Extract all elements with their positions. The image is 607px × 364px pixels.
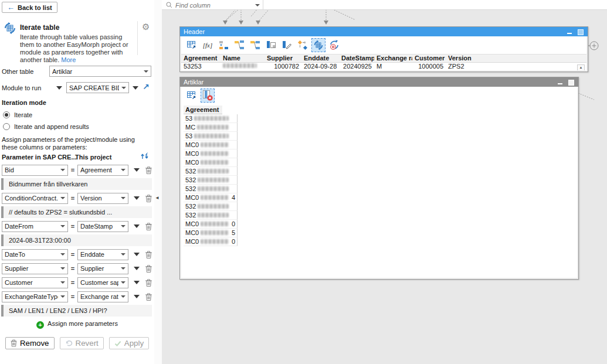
table-row[interactable]: 532 bbox=[184, 202, 238, 211]
module-select[interactable]: SAP CREATE BID bbox=[66, 82, 129, 93]
column-select[interactable]: DateStamp bbox=[77, 221, 128, 232]
table-row[interactable]: MC05 bbox=[184, 229, 238, 237]
table-cell[interactable]: 1000782 bbox=[264, 63, 301, 70]
cell-value-prefix: MC bbox=[185, 124, 195, 131]
merge-table-alt-icon[interactable] bbox=[248, 38, 262, 52]
value-mode-caret[interactable] bbox=[134, 253, 140, 256]
calculate-fx-icon[interactable]: [fx] bbox=[201, 38, 215, 52]
column-header[interactable]: Agreement bbox=[184, 106, 222, 114]
table-row[interactable]: 53 bbox=[184, 114, 238, 123]
table-row[interactable]: 532 bbox=[184, 176, 238, 185]
delete-mapping-icon[interactable] bbox=[145, 194, 152, 203]
table-row[interactable]: 532 bbox=[184, 211, 238, 220]
iterate-table-icon[interactable] bbox=[311, 38, 325, 52]
remove-column-icon[interactable] bbox=[201, 89, 215, 103]
delete-mapping-icon[interactable] bbox=[145, 222, 152, 231]
delete-mapping-icon[interactable] bbox=[145, 264, 152, 273]
parameter-select[interactable]: Supplier bbox=[2, 263, 68, 274]
table-row[interactable]: MC04 bbox=[184, 193, 238, 202]
table-cell[interactable]: ZPS2 bbox=[446, 63, 486, 70]
table-row[interactable]: MC bbox=[184, 123, 238, 132]
column-select[interactable]: Enddate bbox=[77, 249, 128, 260]
swap-parameters-icon[interactable] bbox=[140, 152, 149, 162]
value-mode-caret[interactable] bbox=[134, 196, 140, 200]
derive-table-icon[interactable] bbox=[185, 89, 199, 103]
add-connector-icon[interactable] bbox=[589, 41, 599, 52]
table-row[interactable]: 53 bbox=[184, 132, 238, 141]
find-column-input[interactable]: Find column bbox=[166, 2, 260, 9]
table-row[interactable]: MC00 bbox=[184, 237, 238, 246]
module-mode-caret[interactable] bbox=[56, 86, 62, 90]
delete-mapping-icon[interactable] bbox=[145, 250, 152, 259]
parameter-select[interactable]: ExchangeRateType bbox=[2, 291, 68, 302]
column-select[interactable]: Supplier bbox=[77, 263, 128, 274]
value-mode-caret[interactable] bbox=[134, 224, 140, 228]
table-cell[interactable] bbox=[221, 63, 264, 70]
table-cell[interactable]: M bbox=[374, 63, 412, 70]
table-cell[interactable]: 1000005 bbox=[412, 63, 446, 70]
column-header[interactable]: Supplier bbox=[264, 55, 301, 62]
row-scrollbar[interactable]: ▲▼ bbox=[577, 64, 585, 70]
table-cell[interactable]: 20240925 bbox=[339, 63, 374, 70]
merge-table-icon[interactable] bbox=[232, 38, 246, 52]
call-workflow-icon[interactable] bbox=[296, 38, 310, 52]
table-row[interactable]: 532 bbox=[184, 185, 238, 193]
column-header[interactable]: DateStamp bbox=[339, 55, 374, 62]
apply-button[interactable]: Apply bbox=[109, 337, 149, 349]
radio-iterate[interactable]: Iterate bbox=[3, 111, 32, 118]
delete-mapping-icon[interactable] bbox=[145, 166, 152, 175]
gear-icon[interactable]: ⚙ bbox=[142, 22, 150, 32]
open-module-icon[interactable]: ↗ bbox=[143, 82, 150, 91]
parameter-select[interactable]: DateTo bbox=[2, 249, 68, 260]
column-select[interactable]: Exchange rate... bbox=[77, 291, 128, 302]
column-select[interactable]: Customer sap bbox=[77, 277, 128, 288]
panel-splitter[interactable]: ◄ bbox=[154, 0, 162, 364]
more-link[interactable]: More bbox=[61, 56, 76, 63]
select-columns-icon[interactable] bbox=[264, 38, 278, 52]
module-extra-caret[interactable] bbox=[133, 86, 138, 90]
radio-iterate-append[interactable]: Iterate and append results bbox=[3, 123, 89, 130]
derive-table-icon[interactable] bbox=[185, 38, 199, 52]
table-row[interactable]: MC00 bbox=[184, 220, 238, 229]
maximize-icon[interactable] bbox=[567, 79, 575, 86]
revert-button[interactable]: Revert bbox=[60, 337, 104, 349]
artiklar-window-titlebar[interactable]: Artiklar bbox=[180, 77, 578, 87]
table-row[interactable]: MC0 bbox=[184, 141, 238, 149]
column-header[interactable]: Version bbox=[446, 55, 486, 62]
table-row[interactable]: MC0 bbox=[184, 149, 238, 158]
table-row[interactable]: MC0 bbox=[184, 158, 238, 167]
minimize-icon[interactable] bbox=[565, 29, 573, 35]
table-row[interactable]: 5325310007822024-09-2820240925M1000005ZP… bbox=[181, 63, 586, 70]
header-window-titlebar[interactable]: Header bbox=[180, 27, 588, 36]
parameter-select[interactable]: Bid bbox=[2, 165, 68, 176]
column-select[interactable]: Version bbox=[77, 193, 128, 204]
value-mode-caret[interactable] bbox=[134, 267, 140, 270]
value-mode-caret[interactable] bbox=[134, 295, 140, 298]
back-to-list-button[interactable]: ← Back to list bbox=[2, 2, 57, 13]
assign-more-parameters-link[interactable]: +Assign more parameters bbox=[0, 320, 154, 329]
append-rows-icon[interactable] bbox=[216, 38, 230, 52]
table-cell[interactable]: 53253 bbox=[181, 63, 221, 70]
maximize-icon[interactable] bbox=[577, 29, 584, 35]
delete-mapping-icon[interactable] bbox=[145, 278, 152, 287]
column-header[interactable]: Name bbox=[221, 55, 264, 62]
other-table-select[interactable]: Artiklar bbox=[49, 66, 151, 77]
parameter-select[interactable]: DateFrom bbox=[2, 221, 68, 232]
collapse-panel-icon[interactable]: ◄ bbox=[155, 195, 160, 200]
iterate-program-icon[interactable] bbox=[327, 38, 341, 52]
column-header[interactable]: Enddate bbox=[301, 55, 339, 62]
table-cell[interactable]: 2024-09-28 bbox=[301, 63, 339, 70]
value-mode-caret[interactable] bbox=[134, 281, 140, 284]
modify-column-icon[interactable] bbox=[280, 38, 294, 52]
remove-button[interactable]: Remove bbox=[5, 337, 55, 349]
table-row[interactable]: 532 bbox=[184, 167, 238, 176]
value-mode-caret[interactable] bbox=[134, 168, 140, 172]
column-header[interactable]: Exchange ra... bbox=[374, 55, 412, 62]
column-header[interactable]: Agreement bbox=[181, 55, 221, 62]
column-header[interactable]: Customer sap bbox=[412, 55, 446, 62]
minimize-icon[interactable] bbox=[556, 79, 564, 86]
parameter-select[interactable]: Customer bbox=[2, 277, 68, 288]
delete-mapping-icon[interactable] bbox=[145, 292, 152, 301]
parameter-select[interactable]: ConditionContract... bbox=[2, 193, 68, 204]
column-select[interactable]: Agreement bbox=[77, 165, 128, 176]
